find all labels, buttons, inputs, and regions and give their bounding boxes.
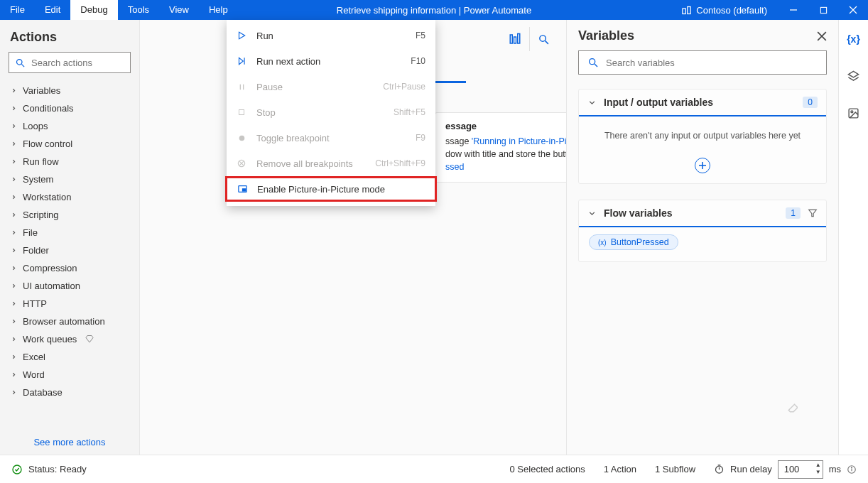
menu-help[interactable]: Help — [199, 0, 238, 20]
debug-menu-label: Enable Picture-in-Picture mode — [257, 184, 416, 195]
menu-view[interactable]: View — [159, 0, 199, 20]
chevron-right-icon — [10, 283, 17, 289]
menu-debug[interactable]: Debug — [70, 0, 117, 20]
svg-rect-11 — [518, 34, 520, 44]
variables-search[interactable] — [578, 50, 827, 75]
actions-tree-item[interactable]: Variables — [0, 82, 139, 99]
actions-tree-item[interactable]: File — [0, 224, 139, 242]
window-close-button[interactable] — [838, 0, 868, 20]
tenant-name: Contoso (default) — [696, 5, 767, 16]
svg-rect-9 — [510, 35, 512, 43]
actions-tree-label: Compression — [23, 263, 77, 273]
actions-tree-label: HTTP — [23, 298, 47, 309]
svg-point-20 — [239, 135, 244, 141]
debug-menu-label: Toggle breakpoint — [256, 133, 407, 143]
chevron-right-icon — [10, 371, 17, 378]
chevron-down-icon[interactable] — [587, 209, 597, 218]
svg-point-6 — [17, 59, 23, 65]
actions-tree-item[interactable]: Work queues — [0, 330, 139, 348]
actions-tree-label: Flow control — [23, 139, 72, 149]
chevron-right-icon — [10, 141, 17, 147]
svg-marker-14 — [239, 32, 245, 38]
menu-file[interactable]: File — [0, 0, 35, 20]
search-icon — [587, 57, 599, 68]
chevron-right-icon — [10, 318, 17, 325]
variables-toggle-icon[interactable] — [501, 27, 529, 51]
play-icon — [235, 31, 248, 40]
actions-tree-item[interactable]: Compression — [0, 259, 139, 277]
eraser-icon[interactable] — [787, 401, 800, 413]
filter-icon[interactable] — [808, 208, 818, 218]
window-maximize-button[interactable] — [808, 0, 838, 20]
actions-tree-item[interactable]: Folder — [0, 242, 139, 259]
actions-tree-label: Database — [23, 387, 63, 398]
actions-tree-item[interactable]: Loops — [0, 117, 139, 135]
svg-marker-15 — [239, 58, 244, 64]
actions-search[interactable] — [9, 52, 131, 73]
actions-count: 1 Action — [604, 464, 636, 474]
actions-tree-label: Scripting — [23, 210, 59, 220]
actions-tree-label: Folder — [23, 245, 49, 256]
run-delay-label: Run delay — [730, 464, 772, 474]
run-delay-input[interactable]: 100 ▲▼ — [778, 460, 823, 479]
debug-menu-item: Remove all breakpointsCtrl+Shift+F9 — [227, 151, 435, 176]
close-icon[interactable] — [817, 31, 827, 41]
actions-tree-item[interactable]: Flow control — [0, 135, 139, 153]
actions-tree-item[interactable]: System — [0, 170, 139, 188]
actions-tree-item[interactable]: Excel — [0, 348, 139, 366]
actions-tree-item[interactable]: Word — [0, 366, 139, 384]
debug-menu-item[interactable]: Enable Picture-in-Picture mode — [225, 176, 437, 202]
actions-tree-item[interactable]: Conditionals — [0, 99, 139, 117]
actions-tree-item[interactable]: Scripting — [0, 206, 139, 224]
actions-tree-item[interactable]: Run flow — [0, 153, 139, 170]
spin-up-icon[interactable]: ▲ — [815, 462, 821, 469]
rail-layers-icon[interactable] — [842, 64, 866, 88]
actions-tree-item[interactable]: UI automation — [0, 277, 139, 295]
add-variable-button[interactable] — [695, 158, 710, 173]
svg-marker-33 — [848, 71, 858, 77]
variable-chip-buttonpressed[interactable]: (x) ButtonPressed — [589, 234, 678, 250]
debug-menu-shortcut: F9 — [416, 133, 425, 143]
debug-menu-label: Run next action — [256, 56, 402, 67]
debug-menu-item[interactable]: Run next actionF10 — [227, 48, 435, 74]
actions-tree-item[interactable]: Database — [0, 384, 139, 401]
debug-menu-item[interactable]: RunF5 — [227, 23, 435, 48]
svg-point-42 — [852, 467, 852, 467]
canvas-search-icon[interactable] — [529, 27, 558, 51]
actions-tree-item[interactable]: HTTP — [0, 295, 139, 313]
actions-tree-item[interactable]: Workstation — [0, 188, 139, 206]
premium-icon — [85, 335, 94, 344]
see-more-actions-link[interactable]: See more actions — [0, 430, 139, 455]
svg-rect-3 — [820, 7, 826, 13]
io-variables-title: Input / output variables — [604, 97, 796, 108]
tenant-picker[interactable]: Contoso (default) — [681, 5, 767, 16]
pip-icon — [236, 184, 249, 195]
info-icon[interactable] — [847, 465, 857, 474]
svg-rect-0 — [683, 9, 685, 14]
rail-image-icon[interactable] — [842, 101, 866, 125]
flow-canvas[interactable]: essage ssage 'Running in Picture-in-Pict… — [140, 20, 566, 455]
menu-edit[interactable]: Edit — [35, 0, 70, 20]
window-minimize-button[interactable] — [779, 0, 808, 20]
debug-dropdown: RunF5Run next actionF10PauseCtrl+PauseSt… — [227, 20, 435, 206]
chevron-down-icon[interactable] — [587, 98, 597, 107]
debug-menu-shortcut: Ctrl+Pause — [383, 82, 425, 92]
app-title: Retrieve shipping information | Power Au… — [337, 5, 531, 16]
svg-rect-25 — [242, 188, 245, 190]
svg-line-13 — [546, 40, 548, 43]
actions-search-input[interactable] — [31, 58, 124, 68]
svg-line-29 — [595, 64, 597, 67]
io-variables-section: Input / output variables 0 There aren't … — [578, 89, 827, 184]
rail-variables-icon[interactable]: {x} — [842, 27, 866, 51]
actions-tree: VariablesConditionalsLoopsFlow controlRu… — [0, 80, 139, 430]
actions-tree-item[interactable]: Browser automation — [0, 313, 139, 330]
actions-tree-label: Work queues — [23, 334, 77, 344]
spin-down-icon[interactable]: ▼ — [815, 469, 821, 476]
stop-icon — [235, 108, 248, 116]
actions-tree-label: UI automation — [23, 281, 80, 291]
actions-tree-label: Variables — [23, 85, 60, 96]
status-text: Status: Ready — [28, 464, 87, 474]
variables-search-input[interactable] — [606, 58, 818, 68]
menu-bar: File Edit Debug Tools View Help — [0, 0, 238, 20]
menu-tools[interactable]: Tools — [118, 0, 159, 20]
